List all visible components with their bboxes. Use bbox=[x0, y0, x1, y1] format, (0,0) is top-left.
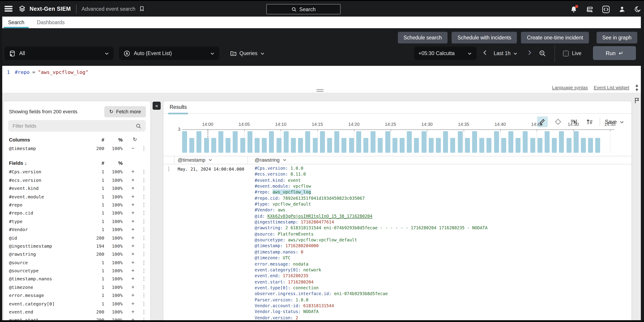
field-menu-kebab[interactable]: ⋮ bbox=[142, 268, 146, 274]
add-field-button[interactable]: + bbox=[130, 226, 136, 232]
add-field-button[interactable]: + bbox=[130, 251, 136, 257]
histogram-bar[interactable] bbox=[364, 138, 368, 153]
field-menu-kebab[interactable]: ⋮ bbox=[142, 146, 146, 151]
histogram-bar[interactable] bbox=[197, 131, 202, 153]
histogram-bar[interactable] bbox=[545, 131, 550, 153]
histogram-bar[interactable] bbox=[298, 138, 303, 153]
field-menu-kebab[interactable]: ⋮ bbox=[142, 227, 146, 232]
histogram-bar[interactable] bbox=[284, 131, 289, 153]
repository-selector[interactable]: All bbox=[4, 47, 114, 60]
event-row[interactable]: ⋮ May. 21, 2024 14:00:04.000 #Cps.versio… bbox=[163, 164, 632, 322]
messages-icon[interactable] bbox=[586, 6, 594, 13]
histogram-bar[interactable] bbox=[436, 138, 441, 153]
histogram-bar[interactable] bbox=[218, 131, 223, 153]
field-row[interactable]: #Vendor1100%+⋮ bbox=[4, 226, 150, 234]
histogram-bar[interactable] bbox=[262, 138, 267, 153]
add-field-button[interactable]: + bbox=[130, 169, 136, 175]
tab-search[interactable]: Search bbox=[4, 17, 29, 28]
histogram-bar[interactable] bbox=[596, 138, 600, 153]
histogram-bar[interactable] bbox=[204, 138, 209, 153]
field-menu-kebab[interactable]: ⋮ bbox=[142, 276, 146, 282]
add-field-button[interactable]: + bbox=[130, 210, 136, 216]
add-field-button[interactable]: − bbox=[130, 145, 136, 151]
histogram-bar[interactable] bbox=[211, 138, 216, 153]
action-button[interactable]: Schedule search bbox=[398, 32, 448, 44]
bookmark-icon[interactable] bbox=[139, 5, 145, 12]
queries-menu[interactable]: Queries bbox=[230, 50, 265, 57]
histogram-bar[interactable] bbox=[182, 131, 187, 153]
right-edge-scrollbar[interactable] bbox=[641, 17, 644, 322]
flag-icon[interactable] bbox=[634, 97, 640, 104]
add-field-button[interactable]: + bbox=[130, 243, 136, 249]
histogram-bar[interactable] bbox=[385, 131, 390, 153]
histogram-bar[interactable] bbox=[276, 138, 281, 153]
field-row[interactable]: #repo1100%+⋮ bbox=[4, 201, 150, 210]
histogram-bar[interactable] bbox=[400, 138, 404, 153]
filter-fields-input[interactable] bbox=[12, 123, 136, 129]
field-menu-kebab[interactable]: ⋮ bbox=[142, 243, 146, 249]
action-button[interactable]: See in graph bbox=[596, 32, 637, 44]
histogram-bar[interactable] bbox=[248, 131, 252, 153]
histogram-bar[interactable] bbox=[306, 131, 310, 153]
field-row[interactable]: event.category[0]1100%+⋮ bbox=[4, 300, 150, 308]
field-row[interactable]: @id200100%+⋮ bbox=[4, 234, 150, 243]
histogram-bar[interactable] bbox=[516, 138, 520, 153]
add-field-button[interactable]: + bbox=[130, 267, 136, 274]
field-menu-kebab[interactable]: ⋮ bbox=[142, 202, 146, 208]
histogram-bar[interactable] bbox=[189, 138, 194, 153]
field-row[interactable]: @ingesttimestamp194100%+⋮ bbox=[4, 243, 150, 251]
language-syntax-link[interactable]: Language syntax bbox=[552, 85, 588, 90]
add-field-button[interactable]: + bbox=[130, 185, 136, 191]
collapse-sidebar-button[interactable]: « bbox=[152, 102, 161, 110]
histogram-bar[interactable] bbox=[450, 138, 455, 153]
crowdstrike-logo-icon[interactable] bbox=[18, 5, 26, 13]
time-back-arrow[interactable] bbox=[482, 50, 487, 57]
editor-resize-handle[interactable] bbox=[316, 89, 324, 93]
field-menu-kebab[interactable]: ⋮ bbox=[142, 293, 146, 298]
field-menu-kebab[interactable]: ⋮ bbox=[142, 218, 146, 224]
user-profile-icon[interactable] bbox=[618, 6, 626, 13]
histogram-bar[interactable] bbox=[559, 131, 564, 153]
column-row[interactable]: @timestamp200100%−⋮ bbox=[4, 145, 150, 153]
field-menu-kebab[interactable]: ⋮ bbox=[142, 169, 146, 175]
histogram-bar[interactable] bbox=[378, 138, 383, 153]
field-menu-kebab[interactable]: ⋮ bbox=[142, 309, 146, 315]
histogram-bar[interactable] bbox=[370, 131, 376, 153]
histogram-bar[interactable] bbox=[226, 138, 230, 153]
histogram-bar[interactable] bbox=[421, 131, 426, 153]
histogram-bar[interactable] bbox=[479, 138, 484, 153]
dark-mode-moon-icon[interactable] bbox=[634, 6, 641, 13]
field-row[interactable]: #event.module1100%+⋮ bbox=[4, 193, 150, 201]
histogram-bar[interactable] bbox=[233, 131, 238, 153]
field-row[interactable]: @timezone1100%+⋮ bbox=[4, 284, 150, 292]
histogram-bar[interactable] bbox=[523, 131, 528, 153]
event-list-widget-link[interactable]: Event List widget bbox=[594, 85, 629, 90]
histogram-bar[interactable] bbox=[443, 131, 448, 153]
run-button[interactable]: Run ↵ bbox=[593, 46, 636, 60]
time-forward-arrow[interactable] bbox=[527, 50, 532, 57]
api-code-icon[interactable] bbox=[602, 5, 610, 13]
histogram-bar[interactable] bbox=[320, 131, 325, 153]
column-header-timestamp[interactable]: @timestamp bbox=[178, 157, 212, 163]
time-range-selector[interactable]: Last 1h bbox=[494, 51, 518, 56]
field-menu-kebab[interactable]: ⋮ bbox=[142, 194, 146, 199]
histogram-bar[interactable] bbox=[566, 138, 571, 153]
field-menu-kebab[interactable]: ⋮ bbox=[142, 251, 146, 257]
global-search-input[interactable]: Search bbox=[266, 4, 340, 14]
add-field-button[interactable]: + bbox=[130, 300, 136, 306]
histogram-bar[interactable] bbox=[429, 138, 434, 153]
event-field-value[interactable]: KXk62v03gPqjosIHRItqlInO_15_38_171628020… bbox=[268, 214, 372, 219]
histogram-bar[interactable] bbox=[312, 138, 318, 153]
field-row[interactable]: #repo.cid1100%+⋮ bbox=[4, 210, 150, 218]
add-field-button[interactable]: + bbox=[130, 201, 136, 208]
histogram-bar[interactable] bbox=[501, 138, 506, 153]
add-field-button[interactable]: + bbox=[130, 234, 136, 241]
field-row[interactable]: #Cps.version1100%+⋮ bbox=[4, 169, 150, 177]
fetch-more-button[interactable]: ↻ Fetch more bbox=[104, 106, 146, 117]
field-row[interactable]: #ecs.version1100%+⋮ bbox=[4, 177, 150, 185]
column-header-rawstring[interactable]: @rawstring bbox=[255, 157, 287, 163]
histogram-bar[interactable] bbox=[538, 138, 542, 153]
field-row[interactable]: event.end200100%+⋮ bbox=[4, 308, 150, 317]
field-row[interactable]: @sourcetype1100%+⋮ bbox=[4, 267, 150, 276]
add-field-button[interactable]: + bbox=[130, 177, 136, 183]
